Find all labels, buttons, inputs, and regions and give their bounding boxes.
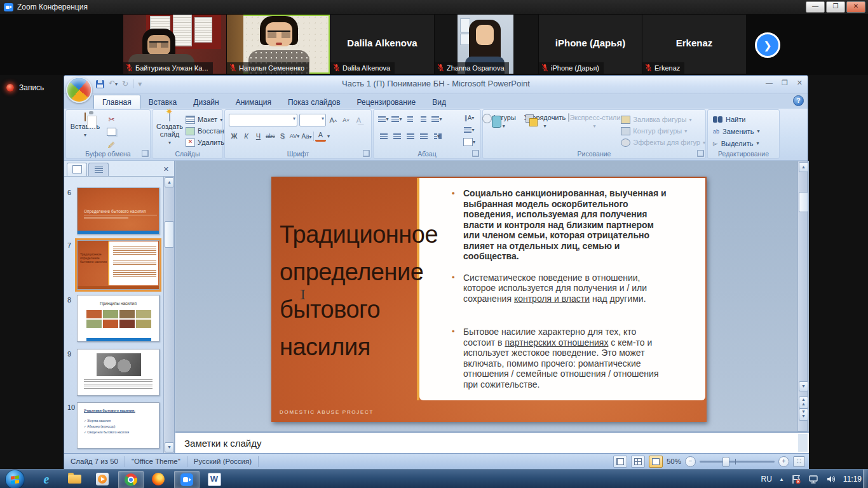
help-button[interactable]: ? <box>793 95 804 106</box>
slide-thumbnail-9[interactable] <box>77 349 159 396</box>
participant-tile-baiturina[interactable]: Байтурина Улжан Ка... <box>123 15 226 74</box>
network-icon[interactable] <box>808 475 819 484</box>
new-slide-button[interactable]: Создать слайд▾ <box>155 113 184 147</box>
volume-icon[interactable] <box>826 475 836 484</box>
maximize-button[interactable]: ❐ <box>826 1 845 13</box>
scrollbar-thumb[interactable] <box>165 221 174 248</box>
start-button[interactable] <box>5 470 25 488</box>
recording-indicator[interactable]: Запись <box>6 83 44 92</box>
tab-view[interactable]: Вид <box>424 95 454 109</box>
shape-effects-button[interactable]: Эффекты для фигур▾ <box>621 137 705 148</box>
save-button[interactable] <box>96 80 104 88</box>
clipboard-dialog-launcher[interactable] <box>142 150 149 157</box>
redo-button[interactable]: ↻ <box>122 80 128 88</box>
tab-slideshow[interactable]: Показ слайдов <box>280 95 349 109</box>
taskbar-internet-explorer[interactable]: e <box>34 471 58 487</box>
font-color-button[interactable]: А <box>315 131 326 142</box>
drawing-dialog-launcher[interactable] <box>697 150 704 157</box>
language-indicator[interactable]: RU <box>761 475 772 484</box>
slideshow-button[interactable] <box>649 456 663 468</box>
slide-thumbnail-7-selected[interactable]: Традиционное определение бытового насили… <box>77 240 159 290</box>
slide-content-panel[interactable]: Социально санкционированная, выученная и… <box>419 178 705 400</box>
align-text-button[interactable]: ▾ <box>463 125 475 135</box>
ppt-restore-button[interactable]: ❐ <box>782 79 788 87</box>
normal-view-button[interactable] <box>613 456 627 468</box>
tab-animation[interactable]: Анимация <box>227 95 280 109</box>
slide-bullets[interactable]: Социально санкционированная, выученная и… <box>449 188 668 412</box>
bold-button[interactable]: Ж <box>229 131 240 142</box>
replace-button[interactable]: abЗаменить▾ <box>713 125 759 137</box>
select-button[interactable]: ▻Выделить▾ <box>713 137 759 149</box>
taskbar-media-player[interactable] <box>90 471 114 487</box>
close-button[interactable]: ✕ <box>846 1 865 13</box>
numbering-button[interactable]: ▾ <box>391 114 403 125</box>
justify-button[interactable] <box>417 131 430 142</box>
align-left-button[interactable] <box>377 131 390 142</box>
ppt-title-bar[interactable]: Часть 1 (П) Понимание БН - Microsoft Pow… <box>64 76 808 94</box>
paste-button[interactable]: Вставить▾ <box>70 113 100 139</box>
shape-fill-button[interactable]: Заливка фигуры▾ <box>621 114 705 125</box>
shape-outline-button[interactable]: Контур фигуры▾ <box>621 125 705 137</box>
zoom-slider-thumb[interactable] <box>722 457 729 467</box>
font-dialog-launcher[interactable] <box>363 150 370 157</box>
arrange-button[interactable]: Упорядочить▾ <box>522 110 568 148</box>
participant-tile-erkenaz[interactable]: Erkenaz Erkenaz <box>642 15 746 74</box>
participant-tile-iphone-darya[interactable]: iPhone (Дарья) iPhone (Дарья) <box>539 15 642 74</box>
participant-tile-zhanna[interactable]: Zhanna Ospanova <box>435 15 538 74</box>
slide-thumbnail-6[interactable]: Определение бытового насилия <box>77 187 159 234</box>
notes-pane[interactable]: Заметки к слайду <box>175 431 809 453</box>
slide-edit-area[interactable]: Социально санкционированная, выученная и… <box>175 161 809 431</box>
taskbar-chrome-active[interactable] <box>118 471 144 488</box>
slide-sorter-button[interactable] <box>631 456 645 468</box>
minimize-button[interactable]: — <box>806 1 825 13</box>
ppt-minimize-button[interactable]: — <box>766 79 773 87</box>
notes-placeholder[interactable]: Заметки к слайду <box>184 438 262 449</box>
increase-indent-button[interactable] <box>417 114 430 125</box>
scrollbar-thumb[interactable] <box>799 192 808 212</box>
format-painter-button[interactable]: 🖉 <box>105 139 118 150</box>
italic-button[interactable]: К <box>241 131 252 142</box>
align-right-button[interactable] <box>404 131 416 142</box>
text-direction-button[interactable]: ∥A▾ <box>463 112 475 123</box>
font-size-combo[interactable] <box>299 114 326 126</box>
language-status[interactable]: Русский (Россия) <box>187 456 259 467</box>
outline-tab[interactable] <box>88 163 109 176</box>
zoom-in-button[interactable]: + <box>778 456 789 467</box>
action-center-flag-icon[interactable] <box>791 475 801 484</box>
find-button[interactable]: Найти <box>713 113 759 125</box>
align-center-button[interactable] <box>391 131 403 142</box>
previous-slide-button[interactable]: ▲▲ <box>799 396 808 409</box>
office-button[interactable] <box>66 77 92 103</box>
cut-button[interactable]: ✂ <box>105 114 118 125</box>
participant-tile-natalya-active-speaker[interactable]: Наталья Семененко <box>227 15 330 74</box>
scroll-down-arrow[interactable]: ▼ <box>799 381 808 391</box>
zoom-level[interactable]: 50% <box>667 458 681 465</box>
scroll-up-arrow[interactable]: ▲ <box>799 162 808 172</box>
ppt-close-button[interactable]: ✕ <box>797 79 803 87</box>
qat-customize-button[interactable]: ▾ <box>138 80 142 88</box>
tab-review[interactable]: Рецензирование <box>349 95 424 109</box>
fit-to-window-button[interactable]: ⛶ <box>793 456 805 467</box>
next-participants-page-button[interactable]: ❯ <box>755 32 780 58</box>
tab-home[interactable]: Главная <box>93 95 140 109</box>
character-spacing-button[interactable]: AV▾ <box>289 131 300 142</box>
line-spacing-button[interactable]: ▾ <box>431 114 443 125</box>
text-shadow-button[interactable]: S <box>277 131 288 142</box>
main-scrollbar[interactable]: ▲ ▼ ▲▲ ▼▼ <box>797 161 808 431</box>
next-slide-button[interactable]: ▼▼ <box>799 409 808 421</box>
tab-design[interactable]: Дизайн <box>185 95 227 109</box>
tab-insert[interactable]: Вставка <box>140 95 186 109</box>
undo-button[interactable]: ↶▾ <box>109 79 118 88</box>
slide-thumbnail-8[interactable]: Принципы насилия <box>77 295 159 342</box>
smartart-convert-button[interactable]: ▾ <box>463 137 475 147</box>
strikethrough-button[interactable]: abc <box>265 131 276 142</box>
font-name-combo[interactable] <box>229 114 297 126</box>
current-slide[interactable]: Социально санкционированная, выученная и… <box>271 177 707 422</box>
slide-thumbnail-10[interactable]: Участники бытового насилия: ✓ Жертва нас… <box>77 402 159 449</box>
panel-close-button[interactable]: ✕ <box>163 165 172 173</box>
taskbar-file-explorer[interactable] <box>62 471 86 487</box>
decrease-indent-button[interactable] <box>404 114 416 125</box>
clear-formatting-button[interactable]: A͟ <box>353 115 364 126</box>
paragraph-dialog-launcher[interactable] <box>472 150 479 157</box>
show-desktop-button[interactable] <box>863 470 868 488</box>
